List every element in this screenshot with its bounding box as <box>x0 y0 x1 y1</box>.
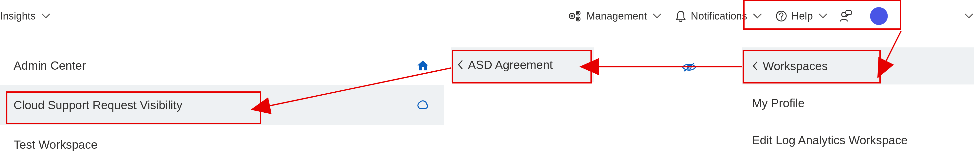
asd-agreement-label: ASD Agreement <box>468 58 553 72</box>
ws-item-edit-law[interactable]: Edit Log Analytics Workspace <box>742 122 974 159</box>
svg-point-7 <box>781 19 782 20</box>
svg-point-0 <box>569 13 575 19</box>
svg-point-1 <box>571 15 573 17</box>
top-nav: Insights Management <box>0 0 980 32</box>
chevron-left-icon <box>752 61 758 71</box>
asd-agreement-panel: ASD Agreement <box>451 47 594 82</box>
admin-item-test-workspace[interactable]: Test Workspace <box>0 125 444 164</box>
svg-rect-9 <box>846 11 851 14</box>
bell-icon <box>675 10 686 22</box>
admin-center-title: Admin Center <box>14 59 86 72</box>
nav-right-cluster: Management Notifications <box>562 0 980 32</box>
nav-notifications-label: Notifications <box>691 10 747 22</box>
workspaces-back[interactable]: Workspaces <box>742 47 974 85</box>
chevron-down-icon <box>965 13 973 19</box>
nav-insights-label: Insights <box>0 10 36 22</box>
feedback-person-icon <box>838 9 852 23</box>
chevron-down-icon <box>753 13 762 19</box>
workspaces-panel: Workspaces My Profile Edit Log Analytics… <box>742 47 974 159</box>
chevron-down-icon <box>653 13 661 19</box>
workspaces-header-label: Workspaces <box>763 59 828 73</box>
svg-point-2 <box>576 11 580 15</box>
svg-point-5 <box>578 18 579 20</box>
svg-point-3 <box>578 12 579 14</box>
admin-item-cloud-support-label: Cloud Support Request Visibility <box>14 98 183 112</box>
nav-notifications[interactable]: Notifications <box>668 0 768 32</box>
admin-item-test-workspace-label: Test Workspace <box>14 138 98 151</box>
gear-icon <box>568 10 582 22</box>
nav-feedback[interactable] <box>834 0 857 32</box>
avatar <box>870 7 888 25</box>
home-icon <box>417 59 429 71</box>
nav-help[interactable]: Help <box>768 0 834 32</box>
cloud-icon <box>414 100 429 110</box>
admin-center-header: Admin Center <box>0 46 444 85</box>
svg-point-10 <box>687 65 691 69</box>
ws-item-my-profile[interactable]: My Profile <box>742 85 974 122</box>
nav-management-label: Management <box>587 10 647 22</box>
ws-item-edit-law-label: Edit Log Analytics Workspace <box>752 133 907 147</box>
chevron-left-icon <box>457 60 463 70</box>
svg-line-11 <box>684 63 694 71</box>
chevron-down-icon <box>42 13 50 19</box>
profile-menu[interactable] <box>864 4 980 29</box>
help-icon <box>775 10 787 22</box>
admin-center-panel: Admin Center Cloud Support Request Visib… <box>0 46 444 164</box>
nav-insights[interactable]: Insights <box>0 0 57 32</box>
svg-point-4 <box>576 17 580 21</box>
hidden-icon <box>682 62 697 73</box>
asd-agreement-back[interactable]: ASD Agreement <box>451 47 594 82</box>
nav-help-label: Help <box>792 10 813 22</box>
chevron-down-icon <box>819 13 827 19</box>
admin-item-cloud-support[interactable]: Cloud Support Request Visibility <box>0 85 444 125</box>
ws-item-my-profile-label: My Profile <box>752 96 805 110</box>
nav-management[interactable]: Management <box>562 0 668 32</box>
